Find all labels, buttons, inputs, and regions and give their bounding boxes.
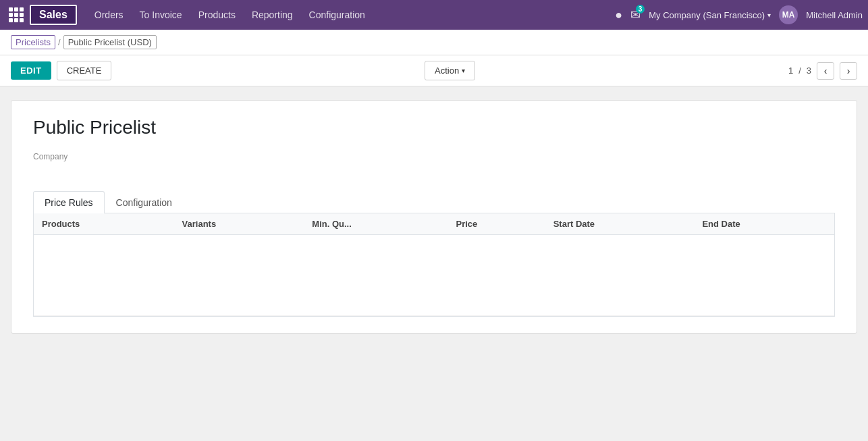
col-price: Price — [447, 213, 545, 235]
action-button-label: Action — [435, 66, 459, 76]
price-rules-table: Products Variants Min. Qu... Price Start… — [34, 213, 834, 316]
create-button[interactable]: CREATE — [57, 61, 112, 80]
tab-price-rules[interactable]: Price Rules — [33, 191, 105, 213]
pagination-separator: / — [798, 66, 801, 76]
action-button[interactable]: Action ▾ — [425, 61, 475, 80]
nav-to-invoice[interactable]: To Invoice — [133, 5, 189, 24]
nav-products[interactable]: Products — [192, 5, 242, 24]
form-card: Public Pricelist Company Price Rules Con… — [11, 100, 857, 334]
pagination-total: 3 — [807, 66, 811, 76]
chat-button[interactable]: ✉ 3 — [630, 7, 641, 22]
company-field-group: Company — [33, 152, 835, 178]
nav-configuration[interactable]: Configuration — [302, 5, 372, 24]
nav-reporting[interactable]: Reporting — [245, 5, 300, 24]
tab-content: Products Variants Min. Qu... Price Start… — [33, 213, 835, 317]
tab-configuration[interactable]: Configuration — [105, 191, 184, 213]
col-min-qty: Min. Qu... — [304, 213, 447, 235]
record-title: Public Pricelist — [33, 117, 835, 138]
apps-menu-button[interactable] — [5, 4, 27, 26]
table-header: Products Variants Min. Qu... Price Start… — [34, 213, 834, 235]
avatar: MA — [779, 5, 798, 24]
nav-links: Orders To Invoice Products Reporting Con… — [88, 5, 616, 24]
pagination-next-button[interactable]: › — [840, 62, 857, 80]
breadcrumb-current: Public Pricelist (USD) — [63, 35, 157, 49]
user-name[interactable]: Mitchell Admin — [806, 10, 863, 20]
col-start-date: Start Date — [545, 213, 695, 235]
table-empty-row — [34, 235, 834, 316]
brand-logo[interactable]: Sales — [30, 5, 77, 25]
col-variants: Variants — [174, 213, 304, 235]
company-selector[interactable]: My Company (San Francisco) ▾ — [649, 10, 771, 20]
nav-right-section: ● ✉ 3 My Company (San Francisco) ▾ MA Mi… — [615, 5, 863, 24]
company-value — [33, 164, 835, 178]
chat-badge: 3 — [636, 5, 645, 14]
main-content: Public Pricelist Company Price Rules Con… — [0, 86, 868, 347]
company-dropdown-icon: ▾ — [767, 11, 771, 19]
col-end-date: End Date — [694, 213, 834, 235]
edit-button[interactable]: EDIT — [11, 61, 51, 80]
pagination-current: 1 — [788, 66, 793, 76]
pagination-prev-button[interactable]: ‹ — [817, 62, 834, 80]
apps-grid-icon — [9, 7, 24, 22]
breadcrumb: Pricelists / Public Pricelist (USD) — [11, 35, 157, 49]
nav-orders[interactable]: Orders — [88, 5, 130, 24]
action-dropdown-icon: ▾ — [462, 67, 465, 74]
tabs-container: Price Rules Configuration — [33, 191, 835, 213]
clock-icon[interactable]: ● — [615, 8, 622, 22]
col-products: Products — [34, 213, 174, 235]
top-navigation: Sales Orders To Invoice Products Reporti… — [0, 0, 868, 30]
breadcrumb-parent-link[interactable]: Pricelists — [11, 35, 55, 49]
breadcrumb-separator: / — [58, 37, 61, 47]
action-bar: EDIT CREATE Action ▾ 1 / 3 ‹ › — [0, 55, 868, 86]
pagination: 1 / 3 ‹ › — [788, 62, 857, 80]
company-name: My Company (San Francisco) — [649, 10, 765, 20]
company-label: Company — [33, 152, 835, 161]
breadcrumb-bar: Pricelists / Public Pricelist (USD) — [0, 30, 868, 55]
